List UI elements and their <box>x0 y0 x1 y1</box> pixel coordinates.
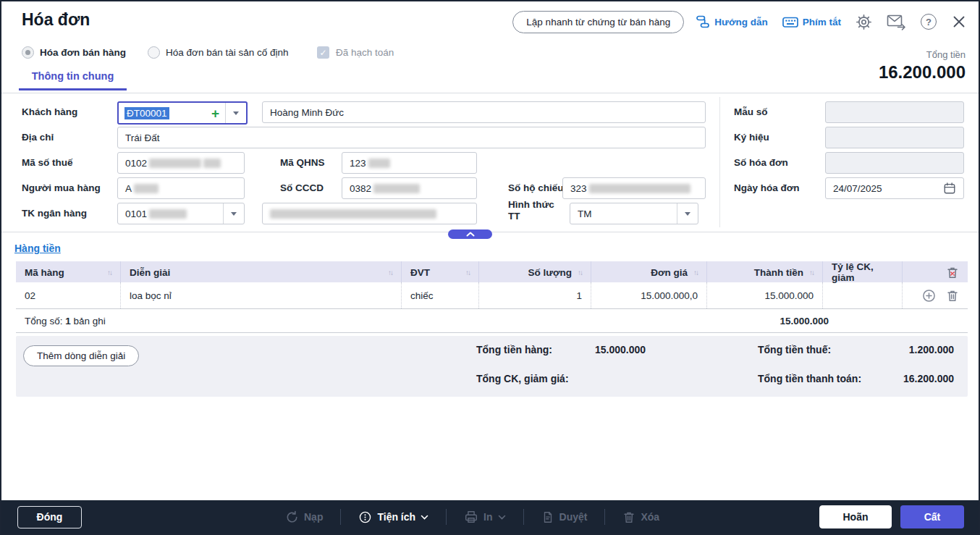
document-icon <box>541 510 554 524</box>
row-unit-price[interactable]: 15.000.000,0 <box>591 282 707 308</box>
qhns-input[interactable]: 123 <box>342 152 477 174</box>
redacted-value <box>134 184 159 193</box>
col-header-unit-price[interactable]: Đơn giá↑↓ <box>591 261 707 283</box>
radio-sales-invoice-label: Hóa đơn bán hàng <box>40 47 126 58</box>
sort-icon[interactable]: ↑↓ <box>465 269 470 277</box>
page-title: Hóa đơn <box>22 10 90 30</box>
refresh-icon <box>285 510 299 524</box>
add-description-row-button[interactable]: Thêm dòng diễn giải <box>23 345 139 366</box>
customer-code-combo[interactable]: ĐT00001 + <box>117 101 248 125</box>
settings-gear-icon[interactable] <box>856 14 872 30</box>
tax-total-label: Tổng tiền thuế: <box>758 344 831 355</box>
redacted-value <box>373 184 420 193</box>
send-mail-icon[interactable] <box>887 13 906 30</box>
redacted-value <box>149 159 201 168</box>
row-quantity[interactable]: 1 <box>479 282 591 308</box>
help-icon[interactable]: ? <box>921 14 937 30</box>
postpone-button[interactable]: Hoãn <box>819 505 892 528</box>
address-input[interactable]: Trái Đất <box>117 127 706 148</box>
keyboard-icon <box>782 14 798 29</box>
utilities-button[interactable]: Tiện ích <box>341 510 446 524</box>
passport-input[interactable]: 323 <box>562 177 706 199</box>
calendar-icon[interactable] <box>943 182 956 195</box>
invoice-form: Khách hàng ĐT00001 + Hoàng Minh Đức Địa … <box>1 94 980 233</box>
buyer-input[interactable]: A <box>117 177 245 199</box>
col-header-amount[interactable]: Thành tiền↑↓ <box>707 261 823 283</box>
detail-table: Mã hàng↑↓ Diễn giải↑↓ ĐVT↑↓ Số lượng↑↓ Đ… <box>16 261 968 333</box>
delete-row-icon[interactable] <box>946 289 959 303</box>
radio-asset-invoice-label: Hóa đơn bán tài sản cố định <box>166 47 288 58</box>
close-icon[interactable] <box>951 14 967 30</box>
guide-signpost-icon <box>696 14 710 29</box>
utilities-icon <box>358 510 372 524</box>
customer-name-input[interactable]: Hoàng Minh Đức <box>262 101 706 123</box>
radio-sales-invoice[interactable] <box>22 46 34 59</box>
payment-method-label: Hình thức TT <box>508 199 560 222</box>
row-unit[interactable]: chiếc <box>402 282 479 308</box>
invoice-no-input <box>825 152 964 174</box>
footer-toolbar: Đóng Nạp <box>1 500 979 534</box>
row-description[interactable]: loa bọc nỉ <box>121 282 402 308</box>
bank-account-select[interactable]: 0101 <box>117 203 245 224</box>
summary-panel: Thêm dòng diễn giải Tổng tiền hàng: 15.0… <box>16 336 968 397</box>
shortcuts-link[interactable]: Phím tắt <box>782 14 841 29</box>
print-button[interactable]: In <box>447 510 523 524</box>
delete-all-rows-icon[interactable] <box>946 266 959 279</box>
redacted-value <box>203 159 221 168</box>
guide-link[interactable]: Hướng dẫn <box>696 14 767 29</box>
posted-checkbox[interactable]: ✓ <box>317 46 329 59</box>
detail-section-link[interactable]: Hàng tiền <box>14 243 61 254</box>
row-amount[interactable]: 15.000.000 <box>707 282 823 308</box>
sort-icon[interactable]: ↑↓ <box>388 269 392 277</box>
tab-general-info[interactable]: Thông tin chung <box>19 70 127 90</box>
col-header-item-code[interactable]: Mã hàng↑↓ <box>16 261 121 283</box>
printer-icon <box>464 510 478 524</box>
trash-icon <box>622 510 635 524</box>
goods-total-value: 15.000.000 <box>523 344 646 355</box>
discount-total-label: Tổng CK, giảm giá: <box>476 373 569 384</box>
amount-column-total: 15.000.000 <box>479 309 837 332</box>
col-header-unit[interactable]: ĐVT↑↓ <box>402 261 479 283</box>
customer-code-input[interactable]: ĐT00001 <box>124 107 169 119</box>
table-row[interactable]: 02 loa bọc nỉ chiếc 1 15.000.000,0 15.00… <box>16 282 968 309</box>
invoice-no-label: Số hóa đơn <box>734 157 788 168</box>
record-count: Tổng số: 1 bản ghi <box>16 309 479 332</box>
col-header-quantity[interactable]: Số lượng↑↓ <box>479 261 591 283</box>
bank-account-dropdown-arrow[interactable] <box>223 203 244 224</box>
bank-name-input[interactable] <box>262 203 477 224</box>
col-header-discount[interactable]: Tỷ lệ CK, giảm <box>823 261 903 283</box>
payment-method-select[interactable]: TM <box>570 203 698 224</box>
col-header-description[interactable]: Diễn giải↑↓ <box>121 261 402 283</box>
redacted-value <box>368 159 390 168</box>
chevron-down-icon[interactable] <box>498 515 506 520</box>
sort-icon[interactable]: ↑↓ <box>578 269 582 277</box>
payment-method-dropdown-arrow[interactable] <box>677 203 698 224</box>
redacted-value <box>589 184 690 193</box>
customer-dropdown-arrow[interactable] <box>225 103 246 123</box>
tax-code-label: Mã số thuế <box>22 157 73 168</box>
cccd-input[interactable]: 0382 <box>342 177 477 199</box>
guide-label: Hướng dẫn <box>714 17 767 28</box>
add-customer-icon[interactable]: + <box>211 106 219 120</box>
redacted-value <box>149 209 187 219</box>
redacted-value <box>270 209 436 219</box>
qhns-label: Mã QHNS <box>280 157 325 168</box>
close-button[interactable]: Đóng <box>17 506 82 528</box>
save-button[interactable]: Cất <box>900 505 964 528</box>
footer-right-actions: Hoãn Cất <box>819 505 964 528</box>
radio-asset-invoice[interactable] <box>148 46 160 59</box>
row-discount[interactable] <box>823 282 903 308</box>
quick-create-button[interactable]: Lập nhanh từ chứng từ bán hàng <box>512 11 684 33</box>
invoice-date-input[interactable]: 24/07/2025 <box>825 177 964 199</box>
invoice-window: Hóa đơn Lập nhanh từ chứng từ bán hàng H… <box>0 0 980 535</box>
sort-icon[interactable]: ↑↓ <box>107 269 111 277</box>
sort-icon[interactable]: ↑↓ <box>809 269 814 277</box>
row-item-code[interactable]: 02 <box>16 282 121 308</box>
tax-code-input[interactable]: 0102 <box>117 152 245 174</box>
insert-row-icon[interactable] <box>922 289 936 303</box>
collapse-form-button[interactable] <box>448 229 492 239</box>
buyer-label: Người mua hàng <box>22 182 101 193</box>
customer-label: Khách hàng <box>22 106 77 117</box>
sort-icon[interactable]: ↑↓ <box>693 269 698 277</box>
total-amount-caption: Tổng tiền <box>926 49 966 60</box>
